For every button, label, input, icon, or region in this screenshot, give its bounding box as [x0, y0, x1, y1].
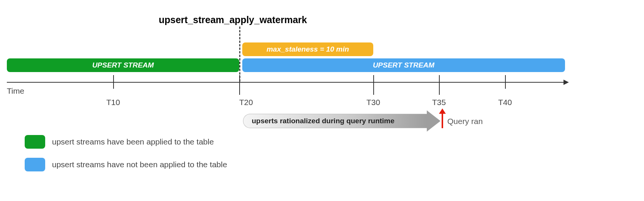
time-axis-arrow-icon — [564, 80, 569, 85]
rationalized-body: upserts rationalized during query runtim… — [243, 114, 427, 128]
staleness-label: max_staleness = 10 min — [267, 45, 349, 53]
time-axis-label: Time — [7, 86, 24, 96]
legend-green: upsert streams have been applied to the … — [25, 135, 214, 149]
legend-swatch-blue — [25, 158, 45, 171]
rationalized-arrow: upserts rationalized during query runtim… — [243, 114, 440, 128]
legend-swatch-green — [25, 135, 45, 149]
tick-t10 — [113, 75, 114, 89]
time-axis — [7, 82, 564, 83]
diagram-title: upsert_stream_apply_watermark — [159, 14, 307, 25]
query-arrow — [439, 108, 446, 128]
blue-stream-bar: UPSERT STREAM — [242, 58, 565, 72]
legend-green-text: upsert streams have been applied to the … — [52, 137, 214, 146]
tick-t30 — [373, 75, 374, 95]
staleness-bar: max_staleness = 10 min — [242, 42, 373, 56]
rationalized-label: upserts rationalized during query runtim… — [252, 117, 395, 125]
tick-label-t35: T35 — [432, 98, 446, 107]
tick-label-t30: T30 — [366, 98, 380, 107]
legend-blue: upsert streams have not been applied to … — [25, 158, 227, 171]
green-stream-bar: UPSERT STREAM — [7, 58, 239, 72]
watermark-line — [239, 27, 240, 82]
tick-t40 — [505, 75, 506, 89]
tick-t20 — [239, 75, 240, 95]
legend-blue-text: upsert streams have not been applied to … — [52, 160, 227, 169]
green-stream-label: UPSERT STREAM — [92, 61, 154, 69]
query-label: Query ran — [447, 117, 483, 126]
tick-t35 — [439, 75, 440, 95]
tick-label-t10: T10 — [106, 98, 120, 107]
query-arrow-shaft — [442, 113, 443, 128]
tick-label-t20: T20 — [239, 98, 253, 107]
diagram-canvas: { "title": "upsert_stream_apply_watermar… — [0, 0, 644, 201]
rationalized-arrow-head-icon — [427, 110, 440, 132]
blue-stream-label: UPSERT STREAM — [373, 61, 434, 69]
tick-label-t40: T40 — [498, 98, 512, 107]
